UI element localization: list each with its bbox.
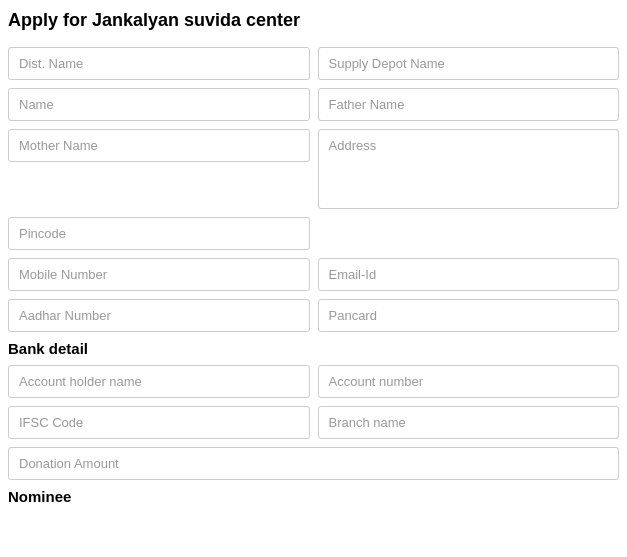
nominee-label: Nominee [8, 488, 619, 505]
aadhar-number-input[interactable] [8, 299, 310, 332]
account-holder-name-input[interactable] [8, 365, 310, 398]
email-id-input[interactable] [318, 258, 620, 291]
donation-amount-input[interactable] [8, 447, 619, 480]
bank-detail-label: Bank detail [8, 340, 619, 357]
address-input[interactable] [318, 129, 620, 209]
account-number-input[interactable] [318, 365, 620, 398]
ifsc-code-input[interactable] [8, 406, 310, 439]
branch-name-input[interactable] [318, 406, 620, 439]
mobile-number-input[interactable] [8, 258, 310, 291]
mother-name-input[interactable] [8, 129, 310, 162]
father-name-input[interactable] [318, 88, 620, 121]
pincode-input[interactable] [8, 217, 310, 250]
page-title: Apply for Jankalyan suvida center [8, 10, 619, 31]
pancard-input[interactable] [318, 299, 620, 332]
dist-name-input[interactable] [8, 47, 310, 80]
supply-depot-name-input[interactable] [318, 47, 620, 80]
name-input[interactable] [8, 88, 310, 121]
